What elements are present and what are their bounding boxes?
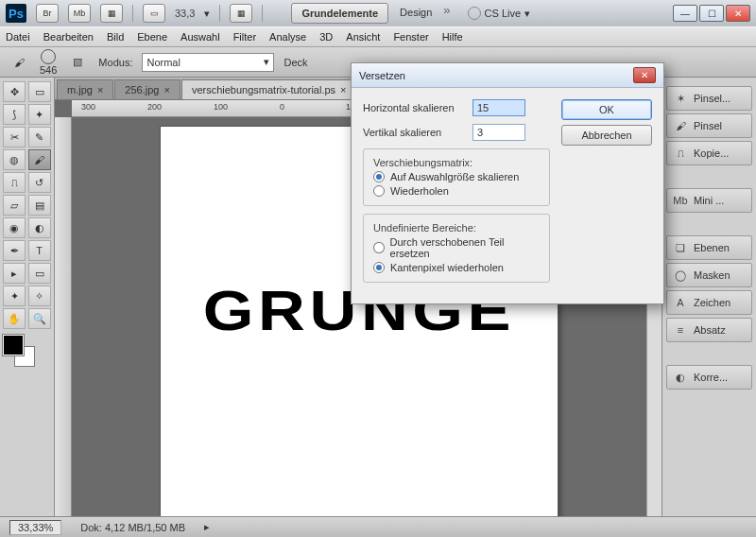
statusbar: 33,33% Dok: 4,12 MB/1,50 MB ▸ <box>0 516 756 537</box>
cslive-button[interactable]: CS Live ▾ <box>468 7 531 20</box>
menu-ebene[interactable]: Ebene <box>137 31 167 43</box>
shape-tool[interactable]: ▭ <box>28 263 51 284</box>
radio-tile[interactable]: Wiederholen <box>373 185 540 197</box>
pen-tool[interactable]: ✒ <box>3 240 26 261</box>
color-swatches[interactable] <box>3 335 41 372</box>
marquee-tool[interactable]: ▭ <box>28 81 51 102</box>
dialog-title: Versetzen <box>359 70 405 81</box>
bridge-button[interactable]: Br <box>36 4 59 23</box>
panel-minibridge[interactable]: MbMini ... <box>666 188 752 213</box>
path-select-tool[interactable]: ▸ <box>3 263 26 284</box>
menu-bearbeiten[interactable]: Bearbeiten <box>43 31 94 43</box>
clone-icon: ⎍ <box>673 147 688 160</box>
menu-bild[interactable]: Bild <box>107 31 124 43</box>
masks-icon: ◯ <box>673 268 688 282</box>
menu-auswahl[interactable]: Auswahl <box>180 31 220 43</box>
3d-tool[interactable]: ✦ <box>3 286 26 306</box>
tab-label: verschiebungsmatrix-tutorial.ps <box>192 84 335 95</box>
close-button[interactable]: ✕ <box>726 5 750 22</box>
status-zoom[interactable]: 33,33% <box>9 520 61 535</box>
gradient-tool[interactable]: ▤ <box>28 195 51 216</box>
tab-close-icon[interactable]: × <box>340 84 346 95</box>
menu-fenster[interactable]: Fenster <box>393 31 428 43</box>
move-tool[interactable]: ✥ <box>3 81 26 102</box>
brush-panel-toggle[interactable]: ▧ <box>66 51 89 74</box>
menu-datei[interactable]: Datei <box>6 31 30 43</box>
radio-repeat-edge[interactable]: Kantenpixel wiederholen <box>373 262 540 273</box>
menu-filter[interactable]: Filter <box>233 31 256 43</box>
wand-tool[interactable]: ✦ <box>28 104 51 125</box>
panel-kopierquelle[interactable]: ⎍Kopie... <box>666 141 752 165</box>
chevron-down-icon: ▾ <box>524 8 530 20</box>
menu-3d[interactable]: 3D <box>319 31 333 43</box>
arrange-button[interactable]: ▦ <box>230 4 252 23</box>
eyedropper-tool[interactable]: ✎ <box>28 127 51 147</box>
type-tool[interactable]: T <box>28 240 51 261</box>
minibridge-icon: Mb <box>673 194 688 207</box>
panel-absatz[interactable]: ≡Absatz <box>666 318 752 342</box>
dodge-tool[interactable]: ◐ <box>28 217 51 238</box>
lasso-tool[interactable]: ⟆ <box>3 104 26 125</box>
menu-analyse[interactable]: Analyse <box>269 31 306 43</box>
horizontal-scale-input[interactable] <box>472 99 525 116</box>
tab-label: 256.jpg <box>125 84 159 95</box>
vertical-scale-label: Vertikal skalieren <box>363 127 467 138</box>
workspace-tab-grundelemente[interactable]: Grundelemente <box>291 3 388 24</box>
workspace-more-icon[interactable]: » <box>443 3 450 24</box>
brush-preset[interactable]: 546 <box>40 49 57 76</box>
ok-button[interactable]: OK <box>561 99 652 120</box>
document-tab[interactable]: m.jpg× <box>57 79 113 99</box>
versetzen-dialog: Versetzen ✕ Horizontal skalieren Vertika… <box>351 62 664 304</box>
titlebar: Ps Br Mb ▦ ▭ 33,3 ▾ ▦ Grundelemente Desi… <box>0 0 756 26</box>
vertical-scale-input[interactable] <box>472 124 525 141</box>
screenmode-button[interactable]: ▦ <box>100 4 123 23</box>
hand-tool[interactable]: ✋ <box>3 308 26 329</box>
tool-preset-icon[interactable]: 🖌 <box>8 51 30 74</box>
3d-camera-tool[interactable]: ✧ <box>28 286 51 306</box>
radio-wrap-around[interactable]: Durch verschobenen Teil ersetzen <box>373 236 540 259</box>
ruler-vertical <box>55 117 72 516</box>
app-logo: Ps <box>6 4 26 23</box>
tab-close-icon[interactable]: × <box>163 84 169 95</box>
zoom-tool[interactable]: 🔍 <box>28 308 51 329</box>
zoom-level[interactable]: 33,3 <box>175 8 195 19</box>
tab-close-icon[interactable]: × <box>97 84 103 95</box>
panel-pinselvorgaben[interactable]: ✶Pinsel... <box>666 86 752 111</box>
menu-hilfe[interactable]: Hilfe <box>442 31 463 43</box>
crop-tool[interactable]: ✂ <box>3 127 26 147</box>
history-brush-tool[interactable]: ↺ <box>28 172 51 193</box>
panel-dock: ✶Pinsel... 🖌Pinsel ⎍Kopie... MbMini ... … <box>662 78 756 516</box>
foreground-color[interactable] <box>3 335 24 355</box>
menu-ansicht[interactable]: Ansicht <box>346 31 380 43</box>
workspace-tab-design[interactable]: Design <box>390 3 441 24</box>
minibridge-button[interactable]: Mb <box>68 4 91 23</box>
panel-ebenen[interactable]: ❏Ebenen <box>666 235 752 260</box>
eraser-tool[interactable]: ▱ <box>3 195 26 216</box>
panel-zeichen[interactable]: AZeichen <box>666 290 752 315</box>
blend-mode-select[interactable]: Normal ▾ <box>142 53 274 72</box>
brush-size-label: 546 <box>40 64 57 76</box>
view-extras-button[interactable]: ▭ <box>143 4 165 23</box>
radio-scale-to-selection[interactable]: Auf Auswahlgröße skalieren <box>373 171 540 182</box>
document-tab[interactable]: 256.jpg× <box>114 79 180 99</box>
panel-korrekturen[interactable]: ◐Korre... <box>666 365 752 390</box>
brush-icon: 🖌 <box>673 119 688 132</box>
stamp-tool[interactable]: ⎍ <box>3 172 26 193</box>
minimize-button[interactable]: — <box>673 5 697 22</box>
status-document-size[interactable]: Dok: 4,12 MB/1,50 MB <box>80 522 185 533</box>
cancel-button[interactable]: Abbrechen <box>561 125 652 146</box>
zoom-dropdown-icon[interactable]: ▾ <box>204 8 210 20</box>
document-tab[interactable]: verschiebungsmatrix-tutorial.ps× <box>181 79 357 99</box>
maximize-button[interactable]: ☐ <box>699 5 724 22</box>
healing-tool[interactable]: ◍ <box>3 149 26 170</box>
dialog-titlebar[interactable]: Versetzen ✕ <box>352 63 663 88</box>
panel-pinsel[interactable]: 🖌Pinsel <box>666 113 752 138</box>
status-menu-icon[interactable]: ▸ <box>204 521 210 533</box>
blur-tool[interactable]: ◉ <box>3 217 26 238</box>
menubar: Datei Bearbeiten Bild Ebene Auswahl Filt… <box>0 26 756 47</box>
brush-tool[interactable]: 🖌 <box>28 149 51 170</box>
panel-masken[interactable]: ◯Masken <box>666 263 752 287</box>
dialog-close-button[interactable]: ✕ <box>633 67 656 83</box>
group-title: Undefinierte Bereiche: <box>370 222 540 234</box>
radio-icon <box>373 242 385 253</box>
